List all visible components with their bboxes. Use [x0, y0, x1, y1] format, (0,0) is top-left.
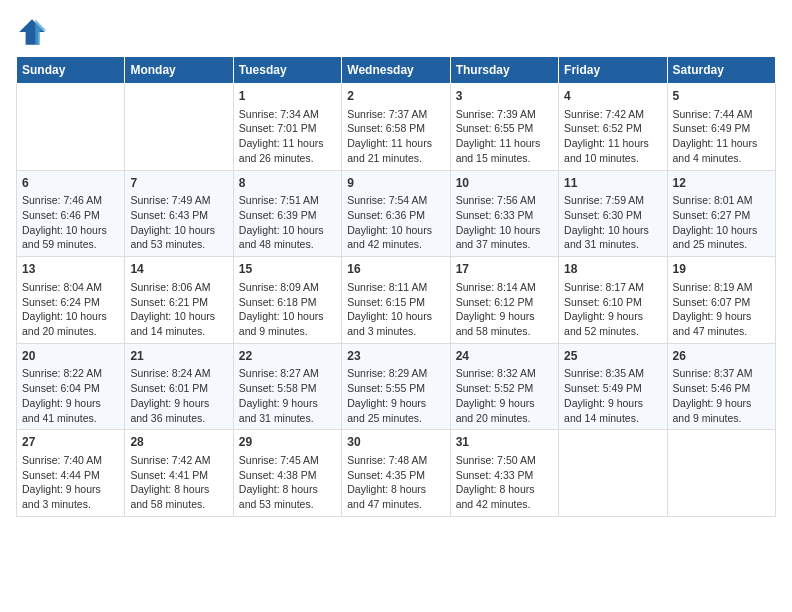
calendar-cell: 23Sunrise: 8:29 AM Sunset: 5:55 PM Dayli…: [342, 343, 450, 430]
calendar-cell: 15Sunrise: 8:09 AM Sunset: 6:18 PM Dayli…: [233, 257, 341, 344]
day-number: 15: [239, 261, 336, 278]
day-number: 7: [130, 175, 227, 192]
day-info: Sunrise: 7:42 AM Sunset: 4:41 PM Dayligh…: [130, 453, 227, 512]
day-info: Sunrise: 8:22 AM Sunset: 6:04 PM Dayligh…: [22, 366, 119, 425]
col-header-monday: Monday: [125, 57, 233, 84]
calendar-cell: 26Sunrise: 8:37 AM Sunset: 5:46 PM Dayli…: [667, 343, 775, 430]
day-number: 8: [239, 175, 336, 192]
day-info: Sunrise: 8:19 AM Sunset: 6:07 PM Dayligh…: [673, 280, 770, 339]
col-header-sunday: Sunday: [17, 57, 125, 84]
calendar-week-row: 6Sunrise: 7:46 AM Sunset: 6:46 PM Daylig…: [17, 170, 776, 257]
svg-marker-0: [19, 19, 45, 45]
day-info: Sunrise: 8:09 AM Sunset: 6:18 PM Dayligh…: [239, 280, 336, 339]
day-number: 16: [347, 261, 444, 278]
day-number: 5: [673, 88, 770, 105]
calendar-cell: 19Sunrise: 8:19 AM Sunset: 6:07 PM Dayli…: [667, 257, 775, 344]
day-number: 19: [673, 261, 770, 278]
day-number: 9: [347, 175, 444, 192]
day-number: 22: [239, 348, 336, 365]
col-header-friday: Friday: [559, 57, 667, 84]
page-header: [16, 16, 776, 48]
calendar-cell: [17, 84, 125, 171]
calendar-header-row: SundayMondayTuesdayWednesdayThursdayFrid…: [17, 57, 776, 84]
calendar-week-row: 20Sunrise: 8:22 AM Sunset: 6:04 PM Dayli…: [17, 343, 776, 430]
day-info: Sunrise: 8:06 AM Sunset: 6:21 PM Dayligh…: [130, 280, 227, 339]
day-number: 26: [673, 348, 770, 365]
day-number: 30: [347, 434, 444, 451]
calendar-cell: 17Sunrise: 8:14 AM Sunset: 6:12 PM Dayli…: [450, 257, 558, 344]
calendar-cell: 16Sunrise: 8:11 AM Sunset: 6:15 PM Dayli…: [342, 257, 450, 344]
day-number: 28: [130, 434, 227, 451]
day-info: Sunrise: 8:27 AM Sunset: 5:58 PM Dayligh…: [239, 366, 336, 425]
calendar-cell: 13Sunrise: 8:04 AM Sunset: 6:24 PM Dayli…: [17, 257, 125, 344]
day-info: Sunrise: 7:48 AM Sunset: 4:35 PM Dayligh…: [347, 453, 444, 512]
calendar-week-row: 13Sunrise: 8:04 AM Sunset: 6:24 PM Dayli…: [17, 257, 776, 344]
day-number: 20: [22, 348, 119, 365]
logo-icon: [16, 16, 48, 48]
calendar-cell: [559, 430, 667, 517]
calendar-cell: 10Sunrise: 7:56 AM Sunset: 6:33 PM Dayli…: [450, 170, 558, 257]
calendar-cell: 18Sunrise: 8:17 AM Sunset: 6:10 PM Dayli…: [559, 257, 667, 344]
day-info: Sunrise: 7:45 AM Sunset: 4:38 PM Dayligh…: [239, 453, 336, 512]
day-number: 29: [239, 434, 336, 451]
logo: [16, 16, 52, 48]
day-info: Sunrise: 8:37 AM Sunset: 5:46 PM Dayligh…: [673, 366, 770, 425]
col-header-wednesday: Wednesday: [342, 57, 450, 84]
calendar-cell: 6Sunrise: 7:46 AM Sunset: 6:46 PM Daylig…: [17, 170, 125, 257]
day-info: Sunrise: 7:49 AM Sunset: 6:43 PM Dayligh…: [130, 193, 227, 252]
calendar-cell: 20Sunrise: 8:22 AM Sunset: 6:04 PM Dayli…: [17, 343, 125, 430]
day-number: 13: [22, 261, 119, 278]
day-info: Sunrise: 7:34 AM Sunset: 7:01 PM Dayligh…: [239, 107, 336, 166]
day-number: 12: [673, 175, 770, 192]
calendar-cell: 2Sunrise: 7:37 AM Sunset: 6:58 PM Daylig…: [342, 84, 450, 171]
day-number: 4: [564, 88, 661, 105]
day-info: Sunrise: 8:35 AM Sunset: 5:49 PM Dayligh…: [564, 366, 661, 425]
day-info: Sunrise: 8:11 AM Sunset: 6:15 PM Dayligh…: [347, 280, 444, 339]
day-info: Sunrise: 7:46 AM Sunset: 6:46 PM Dayligh…: [22, 193, 119, 252]
day-info: Sunrise: 8:01 AM Sunset: 6:27 PM Dayligh…: [673, 193, 770, 252]
day-info: Sunrise: 7:54 AM Sunset: 6:36 PM Dayligh…: [347, 193, 444, 252]
day-info: Sunrise: 8:32 AM Sunset: 5:52 PM Dayligh…: [456, 366, 553, 425]
day-info: Sunrise: 7:50 AM Sunset: 4:33 PM Dayligh…: [456, 453, 553, 512]
day-info: Sunrise: 8:17 AM Sunset: 6:10 PM Dayligh…: [564, 280, 661, 339]
calendar-cell: 3Sunrise: 7:39 AM Sunset: 6:55 PM Daylig…: [450, 84, 558, 171]
day-number: 17: [456, 261, 553, 278]
day-info: Sunrise: 8:29 AM Sunset: 5:55 PM Dayligh…: [347, 366, 444, 425]
day-number: 23: [347, 348, 444, 365]
calendar-cell: 5Sunrise: 7:44 AM Sunset: 6:49 PM Daylig…: [667, 84, 775, 171]
day-info: Sunrise: 7:37 AM Sunset: 6:58 PM Dayligh…: [347, 107, 444, 166]
calendar-cell: 1Sunrise: 7:34 AM Sunset: 7:01 PM Daylig…: [233, 84, 341, 171]
day-number: 6: [22, 175, 119, 192]
calendar-cell: 24Sunrise: 8:32 AM Sunset: 5:52 PM Dayli…: [450, 343, 558, 430]
day-info: Sunrise: 8:14 AM Sunset: 6:12 PM Dayligh…: [456, 280, 553, 339]
calendar-cell: 8Sunrise: 7:51 AM Sunset: 6:39 PM Daylig…: [233, 170, 341, 257]
day-number: 18: [564, 261, 661, 278]
calendar-cell: [667, 430, 775, 517]
day-number: 1: [239, 88, 336, 105]
day-info: Sunrise: 8:24 AM Sunset: 6:01 PM Dayligh…: [130, 366, 227, 425]
calendar-week-row: 27Sunrise: 7:40 AM Sunset: 4:44 PM Dayli…: [17, 430, 776, 517]
day-info: Sunrise: 7:44 AM Sunset: 6:49 PM Dayligh…: [673, 107, 770, 166]
day-number: 11: [564, 175, 661, 192]
day-number: 27: [22, 434, 119, 451]
day-number: 3: [456, 88, 553, 105]
calendar-cell: 25Sunrise: 8:35 AM Sunset: 5:49 PM Dayli…: [559, 343, 667, 430]
col-header-tuesday: Tuesday: [233, 57, 341, 84]
calendar-cell: 7Sunrise: 7:49 AM Sunset: 6:43 PM Daylig…: [125, 170, 233, 257]
day-info: Sunrise: 7:42 AM Sunset: 6:52 PM Dayligh…: [564, 107, 661, 166]
calendar-cell: 29Sunrise: 7:45 AM Sunset: 4:38 PM Dayli…: [233, 430, 341, 517]
calendar-cell: 12Sunrise: 8:01 AM Sunset: 6:27 PM Dayli…: [667, 170, 775, 257]
day-info: Sunrise: 7:51 AM Sunset: 6:39 PM Dayligh…: [239, 193, 336, 252]
day-number: 10: [456, 175, 553, 192]
calendar-table: SundayMondayTuesdayWednesdayThursdayFrid…: [16, 56, 776, 517]
calendar-cell: 14Sunrise: 8:06 AM Sunset: 6:21 PM Dayli…: [125, 257, 233, 344]
calendar-week-row: 1Sunrise: 7:34 AM Sunset: 7:01 PM Daylig…: [17, 84, 776, 171]
day-number: 31: [456, 434, 553, 451]
day-number: 25: [564, 348, 661, 365]
calendar-cell: 30Sunrise: 7:48 AM Sunset: 4:35 PM Dayli…: [342, 430, 450, 517]
day-info: Sunrise: 8:04 AM Sunset: 6:24 PM Dayligh…: [22, 280, 119, 339]
calendar-cell: 27Sunrise: 7:40 AM Sunset: 4:44 PM Dayli…: [17, 430, 125, 517]
day-number: 14: [130, 261, 227, 278]
col-header-thursday: Thursday: [450, 57, 558, 84]
calendar-cell: 28Sunrise: 7:42 AM Sunset: 4:41 PM Dayli…: [125, 430, 233, 517]
